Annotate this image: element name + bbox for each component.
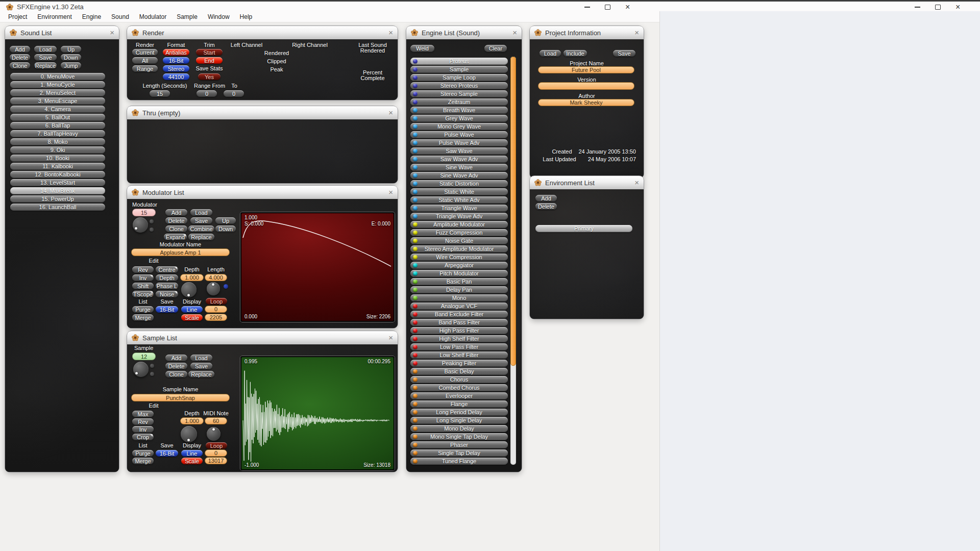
engine-item-stereo-sample[interactable]: Stereo Sample bbox=[410, 90, 508, 97]
sample-replace-button[interactable]: Replace bbox=[188, 371, 214, 378]
mod-scale-value-field[interactable]: 2205 bbox=[205, 314, 227, 321]
sample-delete-button[interactable]: Delete bbox=[165, 363, 187, 369]
engine-item-fuzz-compression[interactable]: Fuzz Compression bbox=[410, 229, 508, 236]
mod-rev-button[interactable]: Rev bbox=[132, 266, 154, 273]
menu-window[interactable]: Window bbox=[203, 12, 235, 21]
engine-item-chorus[interactable]: Chorus bbox=[410, 376, 508, 383]
sound-down-button[interactable]: Down bbox=[61, 54, 81, 61]
sample-scale-value-field[interactable]: 13017 bbox=[205, 457, 227, 464]
modulator-list-titlebar[interactable]: Modulator List × bbox=[127, 186, 398, 199]
engine-item-stereo-proteus[interactable]: Stereo Proteus bbox=[410, 82, 508, 89]
mod-line-toggle[interactable]: Line bbox=[181, 306, 203, 313]
engine-item-delay-pan[interactable]: Delay Pan bbox=[410, 286, 508, 293]
close-icon[interactable]: × bbox=[388, 110, 393, 116]
sound-item-5[interactable]: 5. BallOut bbox=[10, 114, 105, 121]
menu-sample[interactable]: Sample bbox=[172, 12, 203, 21]
modulator-down-button[interactable]: Down bbox=[215, 226, 236, 232]
sample-scale-button[interactable]: Scale bbox=[181, 458, 203, 464]
engine-item-pitch-modulator[interactable]: Pitch Modulator bbox=[410, 270, 508, 277]
environment-list-titlebar[interactable]: Environment List × bbox=[530, 176, 644, 189]
antialias-toggle[interactable]: Antialias bbox=[163, 49, 189, 56]
menu-engine[interactable]: Engine bbox=[77, 12, 106, 21]
weld-button[interactable]: Weld bbox=[410, 45, 434, 52]
sample-number-field[interactable]: 12 bbox=[132, 353, 156, 360]
mod-length-value-field[interactable]: 4.000 bbox=[205, 274, 227, 281]
engine-item-saw-wave-adv[interactable]: Saw Wave Adv bbox=[410, 156, 508, 163]
engine-item-band-pass-filter[interactable]: Band Pass Filter bbox=[410, 319, 508, 326]
menu-environment[interactable]: Environment bbox=[32, 12, 77, 21]
engine-item-sample-loop[interactable]: Sample Loop bbox=[410, 74, 508, 81]
mod-tscope-button[interactable]: TScope bbox=[132, 291, 154, 297]
modulator-name-field[interactable]: Applause Amp 1 bbox=[131, 248, 230, 256]
mod-purge-button[interactable]: Purge bbox=[132, 306, 154, 313]
sound-item-16[interactable]: 16. LaunchBall bbox=[10, 204, 105, 211]
stereo-toggle[interactable]: Stereo bbox=[163, 65, 189, 72]
render-all-button[interactable]: All bbox=[132, 57, 158, 64]
engine-item-wire-compression[interactable]: Wire Compression bbox=[410, 254, 508, 261]
engine-item-single-tap-delay[interactable]: Single Tap Delay bbox=[410, 449, 508, 457]
sample-inv-button[interactable]: Inv bbox=[132, 426, 154, 433]
sound-item-3[interactable]: 3. MenuEscape bbox=[10, 97, 105, 105]
sample-max-button[interactable]: Max bbox=[132, 411, 154, 417]
sample-list-titlebar[interactable]: Sample List × bbox=[127, 331, 398, 344]
save-stats-yes-button[interactable]: Yes bbox=[198, 73, 220, 80]
engine-item-pulse-wave[interactable]: Pulse Wave bbox=[410, 131, 508, 138]
engine-item-static-white[interactable]: Static White bbox=[410, 188, 508, 195]
sound-item-9[interactable]: 9. Oki bbox=[10, 146, 105, 154]
app-titlebar[interactable]: SFXEngine v1.30 Zeta × × bbox=[0, 0, 980, 11]
close-icon[interactable]: × bbox=[512, 30, 517, 36]
render-titlebar[interactable]: Render × bbox=[127, 26, 398, 39]
engine-item-noise-gate[interactable]: Noise Gate bbox=[410, 237, 508, 244]
close-icon[interactable]: × bbox=[625, 5, 630, 10]
engine-item-combed-chorus[interactable]: Combed Chorus bbox=[410, 384, 508, 391]
sample-name-field[interactable]: PunchSnap bbox=[131, 394, 230, 402]
engine-item-high-shelf-filter[interactable]: High Shelf Filter bbox=[410, 335, 508, 342]
engine-item-mono-single-tap-delay[interactable]: Mono Single Tap Delay bbox=[410, 433, 508, 440]
sample-loop-count-field[interactable]: 0 bbox=[205, 449, 227, 457]
sound-item-2[interactable]: 2. MenuSelect bbox=[10, 89, 105, 96]
modulator-combine-button[interactable]: Combine bbox=[188, 226, 214, 232]
trim-start-button[interactable]: Start bbox=[196, 49, 223, 56]
sound-item-8[interactable]: 8. Moko bbox=[10, 138, 105, 145]
sound-item-13[interactable]: 13. LevelStart bbox=[10, 179, 105, 186]
menu-project[interactable]: Project bbox=[3, 12, 32, 21]
mod-loop-button[interactable]: Loop bbox=[206, 298, 227, 305]
engine-scrollbar-thumb[interactable] bbox=[510, 57, 516, 366]
sound-load-button[interactable]: Load bbox=[34, 46, 57, 53]
minimize-icon[interactable] bbox=[584, 7, 590, 8]
mod-16bit-toggle[interactable]: 16-Bit bbox=[156, 306, 178, 313]
engine-item-mono-grey-wave[interactable]: Mono Grey Wave bbox=[410, 123, 508, 130]
close-icon[interactable]: × bbox=[634, 30, 639, 36]
engine-item-basic-delay[interactable]: Basic Delay bbox=[410, 368, 508, 375]
engine-item-band-exclude-filter[interactable]: Band Exclude Filter bbox=[410, 311, 508, 318]
engine-item-sine-wave[interactable]: Sine Wave bbox=[410, 164, 508, 171]
engine-item-basic-pan[interactable]: Basic Pan bbox=[410, 278, 508, 285]
modulator-add-button[interactable]: Add bbox=[165, 209, 187, 216]
sound-delete-button[interactable]: Delete bbox=[10, 54, 30, 61]
samplerate-toggle[interactable]: 44100 bbox=[163, 73, 189, 80]
engine-item-long-single-delay[interactable]: Long Single Delay bbox=[410, 417, 508, 424]
mod-merge-button[interactable]: Merge bbox=[132, 314, 154, 321]
engine-item-proteus[interactable]: Proteus bbox=[410, 58, 508, 65]
modulator-select-knob[interactable] bbox=[133, 217, 148, 233]
sound-item-14[interactable]: 14. MaxBreak bbox=[10, 187, 105, 194]
project-load-button[interactable]: Load bbox=[540, 50, 561, 57]
mod-centre-button[interactable]: Centre bbox=[156, 266, 178, 273]
engine-list-titlebar[interactable]: Engine List (Sound) × bbox=[406, 26, 522, 39]
engine-item-phaser[interactable]: Phaser bbox=[410, 441, 508, 448]
engine-item-analogue-vcf[interactable]: Analogue VCF bbox=[410, 303, 508, 310]
maximize-icon[interactable] bbox=[935, 5, 941, 10]
menu-sound[interactable]: Sound bbox=[106, 12, 134, 21]
author-field[interactable]: Mark Sheeky bbox=[538, 99, 634, 106]
range-to-value[interactable]: 0 bbox=[224, 90, 244, 97]
sound-item-4[interactable]: 4. Camera bbox=[10, 106, 105, 113]
sound-clone-button[interactable]: Clone bbox=[10, 62, 30, 69]
sample-line-toggle[interactable]: Line bbox=[181, 450, 203, 457]
close-icon[interactable]: × bbox=[634, 180, 639, 186]
trim-end-button[interactable]: End bbox=[196, 57, 223, 64]
environment-delete-button[interactable]: Delete bbox=[535, 203, 557, 210]
mod-inv-button[interactable]: Inv bbox=[132, 274, 154, 281]
mod-depth-knob[interactable] bbox=[181, 282, 197, 297]
menu-modulator[interactable]: Modulator bbox=[134, 12, 172, 21]
sound-jump-button[interactable]: Jump bbox=[61, 62, 81, 69]
